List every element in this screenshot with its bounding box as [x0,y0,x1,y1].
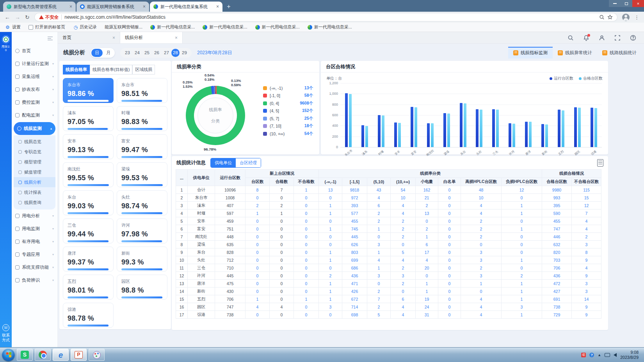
table-row[interactable]: 12许河44500024363300324369 [176,272,601,280]
table-row[interactable]: 10头灶71200016994440317039 [176,256,601,264]
sidebar-item-专题应用[interactable]: 专题应用▾ [12,248,57,261]
sidebar-item-有序用电[interactable]: 有序用电▾ [12,235,57,248]
taskbar-app-ie[interactable]: e [53,349,69,361]
page-tab-线损分析[interactable]: 线损分析× [120,32,183,43]
sidebar-item-配电监测[interactable]: 配电监测▾ [12,109,57,122]
view-线损异常统计[interactable]: 线损异常统计 [553,47,597,59]
bookmark-item[interactable]: 新一代用电信息采... [150,24,195,30]
table-row[interactable]: 6富安75100017451220217474 [176,225,601,233]
sidebar-subitem-赋值管理[interactable]: 赋值管理 [14,167,55,177]
legend-item[interactable]: (0, 4]9608个 [263,99,313,107]
col-header[interactable]: 白名单 [438,178,461,186]
sidebar-item-线损监测[interactable]: 线损监测▴ [14,122,55,135]
bar-chart[interactable]: 02004006008001,0001,200 [340,83,602,147]
browser-tab[interactable]: 新一代用电信息采集系统× [150,2,222,12]
new-tab-button[interactable]: + [223,2,234,12]
bar-group-五烈[interactable] [553,110,569,147]
bar-group-三仓[interactable] [487,109,504,147]
col-header[interactable]: 运行台区数 [215,170,246,186]
day-26[interactable]: 26 [152,49,162,57]
region-card-园区[interactable]: 园区98.8 % [117,275,167,300]
col-header[interactable]: 负损HPLC台区数 [502,178,542,186]
table-row[interactable]: 14新街43000014262010014273 [176,287,601,295]
user-avatar-icon[interactable] [599,35,605,41]
refresh-icon[interactable]: ↻ [25,14,30,20]
page-tab-close-icon[interactable]: × [175,35,178,41]
col-header[interactable]: 小电量 [416,178,438,186]
sidebar-subitem-线损查询[interactable]: 线损查询 [14,197,55,208]
bar-group-安丰[interactable] [390,122,406,147]
col-header[interactable]: (-∞,-1) [319,178,342,186]
col-header[interactable]: ... [176,170,188,186]
sidebar-subitem-统计报表[interactable]: 统计报表 [14,187,55,197]
region-card-溱东[interactable]: 溱东97.05 % [63,106,114,131]
region-card-三仓[interactable]: 三仓99.44 % [63,218,114,243]
bookmark-item[interactable]: 能源互联网营销服... [105,24,142,30]
maximize-button[interactable] [621,0,632,7]
bar-group-东台市[interactable] [340,93,357,147]
minimize-button[interactable] [609,0,621,7]
region-card-弶港[interactable]: 弶港98.78 % [63,303,114,328]
bar-legend-item[interactable]: 运行台区数 [550,76,573,81]
sidebar-subitem-模型管理[interactable]: 模型管理 [14,157,55,167]
bookmark-item[interactable]: ⚙设置 [5,24,21,30]
close-button[interactable]: × [632,0,644,7]
legend-item[interactable]: (10, +∞)54个 [263,130,313,138]
table-row[interactable]: 17弶港738000069854310417299 [176,311,601,319]
search-icon[interactable] [568,35,574,41]
table-row[interactable]: 8梁垛63500006263060006323 [176,241,601,248]
notification-bell-icon[interactable] [583,35,589,41]
sidebar-item-采集运维[interactable]: 采集运维▾ [12,70,57,83]
bookmark-star-icon[interactable] [607,14,613,20]
browser-tab[interactable]: 能源互联网营销服务系统× [76,2,149,12]
legend-item[interactable]: (5, 7]25个 [263,115,313,122]
day-28[interactable]: 28 [171,49,180,57]
table-row[interactable]: 2东台市1008000097241021010099315 [176,194,601,202]
bar-legend-item[interactable]: 合格台区数 [579,76,603,81]
mode-月[interactable]: 月 [103,49,114,57]
selected-date[interactable]: 2023年08月28日 [197,50,232,56]
region-card-梁垛[interactable]: 梁垛99.53 % [117,162,167,187]
sidebar-item-计量运行监测[interactable]: 计量运行监测▾ [12,57,57,70]
legend-item[interactable]: (4, 5]152个 [263,107,313,115]
pass-rate-tab[interactable]: 区域线损 [132,65,155,75]
tray-app-icon[interactable]: 缩 [581,353,586,357]
zoom-icon[interactable] [599,14,605,20]
bar-group-南沈灶[interactable] [422,123,438,147]
region-card-东台[interactable]: 东台99.03 % [63,190,114,215]
sidebar-item-负荷辨识[interactable]: 负荷辨识▾ [12,274,57,287]
export-icon[interactable] [597,159,603,167]
table-row[interactable]: 9东台828000180315170308208 [176,248,601,256]
pass-rate-tab[interactable]: 线损合格率 [63,65,90,75]
sidebar-subitem-线损分析[interactable]: 线损分析 [14,177,55,187]
start-button[interactable] [2,348,15,361]
table-row[interactable]: 3溱东407220139364204139512 [176,202,601,209]
bar-group-富安[interactable] [406,107,422,147]
region-card-南沈灶[interactable]: 南沈灶99.55 % [63,162,114,187]
pass-rate-tab[interactable]: 线损合格率(目标值) [90,65,132,75]
col-header[interactable]: 合格台区数 [542,178,572,186]
sidebar-item-费控监测[interactable]: 费控监测▾ [12,96,57,109]
region-card-安丰[interactable]: 安丰99.13 % [63,134,114,159]
browser-menu-icon[interactable]: ⋮ [634,14,639,20]
sidebar-collapse-icon[interactable] [48,37,53,40]
table-row[interactable]: 11三仓710000068612200207064 [176,264,601,272]
bookmark-item[interactable]: ◷历史记录 [73,24,97,30]
taskbar-app-paint[interactable] [89,349,105,361]
tray-expand-icon[interactable]: ▲ [598,353,601,357]
col-header[interactable]: (5,10) [367,178,391,186]
region-card-东台市[interactable]: 东台市98.86 % [63,78,114,103]
view-线路线损统计[interactable]: 线路线损统计 [597,47,642,59]
sidebar-item-用电监测[interactable]: 用电监测▾ [12,222,57,235]
bar-group-头灶[interactable] [471,109,487,147]
region-card-富安[interactable]: 富安99.47 % [117,134,167,159]
fullscreen-icon[interactable] [614,35,621,41]
bar-group-新街[interactable] [537,124,553,147]
col-header[interactable]: 高损HPLC台区数 [461,178,502,186]
table-row[interactable]: 7南沈灶44800004450210204462 [176,233,601,241]
legend-item[interactable]: (7, 10]18个 [263,122,313,130]
bookmark-item[interactable]: 新一代用电信息采... [308,24,352,30]
day-29[interactable]: 29 [180,49,189,57]
col-header[interactable]: 合格数 [270,178,294,186]
url-text[interactable]: neweic.js.sgcc.com.cn/#/llm/line/Station… [64,14,596,20]
